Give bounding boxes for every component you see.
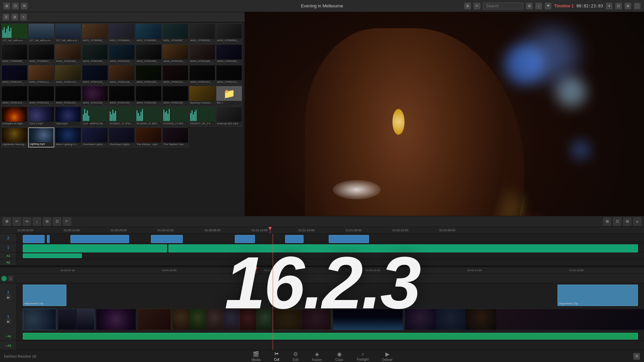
list-item[interactable]: A004_07091128_C... <box>109 65 135 85</box>
list-item[interactable]: A004_07091222_C... <box>28 86 54 106</box>
meta-icon[interactable]: ⊞ <box>526 3 533 9</box>
video-clip[interactable] <box>96 309 136 330</box>
video-clip[interactable] <box>172 309 271 330</box>
list-item[interactable]: A004_07091214_C... <box>216 65 242 85</box>
list-item[interactable]: A002_07090918_C... <box>189 23 215 44</box>
list-item[interactable]: Overhead Lights... <box>109 127 135 147</box>
tab-cut[interactable]: ✂ Cut <box>267 350 286 362</box>
clip-item[interactable] <box>151 235 183 243</box>
list-item[interactable]: 127_full_with-a-s... <box>1 23 28 44</box>
list-item[interactable]: A001_07090905_C... <box>136 23 162 44</box>
video-clip[interactable] <box>23 309 56 330</box>
list-item[interactable]: A003_07091107_C... <box>1 65 28 85</box>
view-icon-2[interactable]: ⊠ <box>625 3 631 9</box>
clip-item[interactable] <box>23 235 45 243</box>
list-item[interactable]: A004_07091235_C... <box>109 86 135 106</box>
timeline-view-2[interactable]: ⊡ <box>613 218 621 226</box>
slide-tool[interactable]: ↕ <box>33 218 41 226</box>
list-item[interactable]: A001_07090844_C... <box>109 23 135 44</box>
video-clip[interactable] <box>405 309 644 330</box>
list-item[interactable]: A004_07091209_C... <box>136 65 162 85</box>
settings-icon[interactable]: ⚙ <box>21 3 28 9</box>
list-item[interactable]: A002_07090936_C... <box>1 44 28 64</box>
track-content-v2[interactable] <box>17 234 644 243</box>
list-item[interactable]: A004_07091223_C... <box>82 65 108 85</box>
timeline-tool-7[interactable]: ⊢ <box>63 218 71 226</box>
list-item[interactable]: Cars 2.mp4 <box>28 107 54 127</box>
list-item[interactable]: ♪ A001_07090842_C... <box>82 23 108 44</box>
timeline-view-1[interactable]: ⊠ <box>603 218 611 226</box>
tab-deliver[interactable]: ▶ Deliver <box>375 350 399 362</box>
list-item[interactable]: A003_07091029_C... <box>109 44 135 64</box>
list-item[interactable]: A003_07091003_C... <box>55 44 81 64</box>
list-item[interactable]: A003_07091040_C... <box>136 44 162 64</box>
list-item[interactable]: Backing Cookies... <box>189 86 215 106</box>
settings-cog-icon[interactable]: ⚙ <box>633 353 640 360</box>
list-item[interactable]: 📁 Bin 1 <box>216 86 242 106</box>
track-content-v2-video[interactable]: Adjustment Clip Adjustment Clip <box>17 283 644 307</box>
list-item[interactable]: A002_07090937_C... <box>28 44 54 64</box>
search-input[interactable] <box>483 3 523 9</box>
audio-icon[interactable]: ♪ <box>535 3 542 9</box>
list-item[interactable]: A003_07091048_C... <box>216 44 242 64</box>
track-content-v1-video[interactable] <box>17 307 644 331</box>
video-clip[interactable] <box>58 309 95 330</box>
clip-item[interactable] <box>47 235 50 243</box>
tab-edit[interactable]: ⚙ Edit <box>286 350 305 362</box>
track-content-a2-large[interactable] <box>17 341 644 350</box>
list-item[interactable]: Co3 - BMPCC4K_Jo... <box>82 107 108 127</box>
timeline-ruler[interactable]: 01:00:00:00 01:00:14:00 01:00:28:00 01:0… <box>0 227 644 234</box>
adjustment-clip-2[interactable]: Adjustment Clip <box>557 285 638 306</box>
list-item[interactable]: A004_07091214_C... <box>1 86 28 106</box>
list-item[interactable]: DCD077_08_2 FLO... <box>189 107 215 127</box>
list-item[interactable]: A004_07091235_C... <box>136 86 162 106</box>
workspace-icon[interactable]: ⊡ <box>12 3 19 9</box>
fullscreen-icon[interactable]: ⛶ <box>634 3 641 9</box>
list-item[interactable]: The Kitchen .mp4 <box>136 127 162 147</box>
tab-color[interactable]: ◉ Color <box>329 350 350 362</box>
list-item[interactable]: A003_07091111_C... <box>28 65 54 85</box>
clip-item[interactable] <box>168 244 638 252</box>
track-content-a1-large[interactable] <box>17 331 644 341</box>
clip-item[interactable] <box>70 235 129 243</box>
trim-tool[interactable]: ⊠ <box>3 218 11 226</box>
timeline-view-3[interactable]: ⊞ <box>623 218 631 226</box>
list-item[interactable]: A004_07091222_C... <box>55 86 81 106</box>
timeline-view-4[interactable]: ≡ <box>633 218 641 226</box>
clip-item[interactable] <box>329 235 369 243</box>
list-item[interactable]: 127_full_with-a-si... <box>28 23 54 44</box>
list-item[interactable]: DCD049_17 MOTI... <box>162 107 189 127</box>
list-item[interactable]: A004_07091214_C... <box>189 65 215 85</box>
list-item[interactable]: DCD037_11 STAR... <box>109 107 135 127</box>
media-pool-list[interactable]: ≡ <box>20 14 27 20</box>
list-item[interactable]: A004_07091210_C... <box>162 65 189 85</box>
track-v2-icon[interactable]: ▶ <box>6 295 11 300</box>
list-item[interactable]: 127_full_with-a-si... <box>55 23 81 44</box>
clip-item[interactable] <box>235 235 255 243</box>
track-content-v1[interactable] <box>17 243 644 252</box>
crop-tool[interactable]: ⊞ <box>43 218 51 226</box>
list-item[interactable]: A003_07091114_C... <box>55 65 81 85</box>
list-item[interactable]: A004_07091230_C... <box>162 86 189 106</box>
list-icon[interactable]: ≡ <box>474 3 480 9</box>
media-pool-menu[interactable]: ☰ <box>3 14 9 20</box>
blade-tool[interactable]: ✂ <box>13 218 21 226</box>
list-item[interactable]: A003_07091042_C... <box>162 44 189 64</box>
timecode-menu[interactable]: ▾ <box>606 3 612 9</box>
video-clip[interactable] <box>333 309 403 330</box>
list-item[interactable]: Lighting.mp4 <box>28 127 54 147</box>
tab-fusion[interactable]: ◈ Fusion <box>305 350 329 362</box>
zoom-tool[interactable]: ⊡ <box>53 218 61 226</box>
list-item[interactable]: A003_07091046_C... <box>189 44 215 64</box>
list-item[interactable]: External 001.mp4 <box>216 107 242 127</box>
adjustment-clip[interactable]: Adjustment Clip <box>23 285 66 306</box>
video-clip[interactable] <box>138 309 171 330</box>
list-item[interactable]: A003_07091020_C... <box>82 44 108 64</box>
slip-tool[interactable]: ⇔ <box>23 218 31 226</box>
track-color-dot[interactable] <box>1 276 7 281</box>
video-clip[interactable] <box>273 309 331 330</box>
list-item[interactable]: Campfire At Nigh... <box>1 107 28 127</box>
track-content-a1[interactable] <box>17 252 644 259</box>
list-item[interactable]: A001_07090907_C... <box>162 23 189 44</box>
tab-media[interactable]: 🎬 Media <box>245 350 267 362</box>
